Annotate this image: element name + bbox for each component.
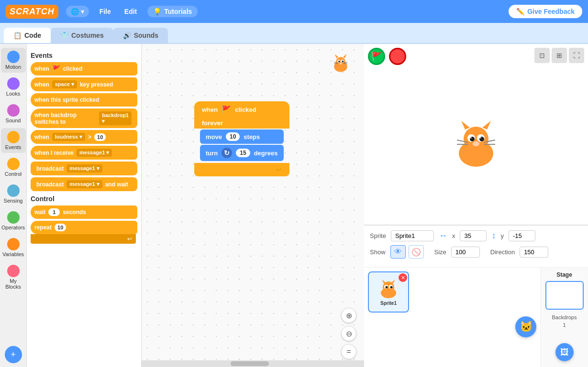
fit-button[interactable]: =	[341, 344, 356, 359]
y-arrow-icon: ↕	[491, 231, 496, 241]
file-menu[interactable]: File	[97, 6, 114, 17]
receive-dropdown[interactable]: message1 ▾	[77, 149, 112, 157]
stage-cat-sprite	[445, 115, 507, 168]
fullscreen-button[interactable]: ⛶	[569, 48, 584, 63]
sprite-card-sprite1[interactable]: ✕ Sprite1	[368, 271, 409, 313]
canvas-block-group[interactable]: when 🚩 clicked forever move 10 steps tur…	[194, 101, 289, 176]
when-flag-clicked-block[interactable]: when 🚩 clicked	[31, 62, 137, 76]
zoom-in-button[interactable]: ⊕	[341, 308, 356, 323]
sidebar-item-events[interactable]: Events	[1, 128, 26, 153]
add-extension-button[interactable]: +	[5, 346, 22, 363]
canvas-flag-icon: 🚩	[222, 105, 231, 114]
wait-value[interactable]: 1	[48, 208, 60, 216]
stage-side: Stage Backdrops 1 🖼	[540, 268, 588, 367]
block-when-label: when	[34, 65, 49, 72]
add-sprite-button[interactable]: 🐱	[515, 316, 536, 337]
key-dropdown[interactable]: space ▾	[52, 80, 77, 88]
language-selector[interactable]: 🌐 ▾	[66, 6, 89, 17]
when-loudness-block[interactable]: when loudness ▾ > 10	[31, 130, 137, 144]
zoom-out-button[interactable]: ⊖	[341, 326, 356, 341]
size-input[interactable]	[451, 247, 480, 258]
add-backdrop-button[interactable]: 🖼	[555, 343, 574, 361]
plus-icon: +	[11, 350, 16, 360]
broadcast-wait-block[interactable]: broadcast message1 ▾ and wait	[31, 177, 137, 191]
svg-marker-2	[335, 54, 339, 58]
small-stage-button[interactable]: ⊡	[534, 48, 550, 63]
hide-button[interactable]: 🚫	[409, 245, 424, 259]
fit-icon: =	[346, 347, 351, 356]
pencil-icon: ✏️	[516, 8, 524, 15]
x-coord-label: x	[452, 232, 455, 239]
show-label: Show	[370, 248, 386, 256]
sidebar-item-looks[interactable]: Looks	[1, 75, 26, 99]
loudness-dropdown[interactable]: loudness ▾	[52, 133, 85, 141]
show-visible-button[interactable]: 👁	[390, 245, 406, 259]
when-sprite-clicked-block[interactable]: when this sprite clicked	[31, 93, 137, 107]
large-stage-button[interactable]: ⊞	[552, 48, 567, 63]
sprite-delete-button[interactable]: ✕	[399, 273, 407, 282]
backdrops-info: Backdrops 1	[552, 313, 577, 328]
broadcast-dropdown[interactable]: message1 ▾	[67, 164, 102, 173]
sidebar-item-sound[interactable]: Sound	[1, 101, 26, 126]
backdrops-count: 1	[552, 322, 577, 328]
scratch-logo[interactable]: SCRATCH	[6, 5, 58, 19]
sidebar-item-control[interactable]: Control	[1, 155, 26, 180]
green-flag-button[interactable]: 🚩	[368, 48, 385, 65]
wait-label: wait	[34, 209, 45, 216]
give-feedback-button[interactable]: ✏️ Give Feedback	[509, 5, 582, 18]
x-arrow-icon: ↔	[439, 231, 447, 241]
sidebar-item-sensing[interactable]: Sensing	[1, 182, 26, 206]
canvas-forever-bottom: ↩	[194, 163, 289, 176]
costumes-icon: 👕	[60, 32, 68, 39]
canvas-when-flag-block[interactable]: when 🚩 clicked	[194, 101, 289, 118]
direction-input[interactable]	[520, 247, 548, 258]
when-receive-block[interactable]: when I receive message1 ▾	[31, 146, 137, 160]
main-layout: Motion Looks Sound Events Control Sensin…	[0, 44, 588, 367]
sprite-name-input[interactable]	[391, 230, 434, 241]
blocks-panel: Events when 🚩 clicked when space ▾ key p…	[27, 44, 142, 367]
broadcast-block[interactable]: broadcast message1 ▾	[31, 162, 137, 175]
svg-point-26	[470, 137, 472, 139]
backdrop-dropdown[interactable]: backdrop1 ▾	[99, 111, 132, 125]
canvas-forever-block[interactable]: forever	[194, 118, 289, 129]
repeat-bottom: ↩	[31, 234, 136, 244]
sidebar-item-operators[interactable]: Operators	[1, 208, 26, 233]
canvas-scrollbar[interactable]	[142, 360, 364, 367]
y-coord-input[interactable]	[509, 230, 535, 241]
give-feedback-label: Give Feedback	[527, 8, 575, 15]
tutorials-button[interactable]: 💡 Tutorials	[147, 6, 198, 17]
canvas-turn-value[interactable]: 15	[236, 149, 250, 157]
when-backdrop-block[interactable]: when backdrop switches to backdrop1 ▾	[31, 108, 137, 128]
x-coord-input[interactable]	[460, 230, 487, 241]
loudness-value[interactable]: 10	[94, 133, 106, 141]
sidebar-item-motion[interactable]: Motion	[1, 48, 26, 73]
broadcast-wait-dropdown[interactable]: message1 ▾	[67, 180, 102, 188]
backdrops-label: Backdrops	[552, 314, 577, 320]
canvas-steps-label: steps	[244, 133, 260, 140]
tab-costumes[interactable]: 👕 Costumes	[51, 28, 113, 43]
looks-dot	[7, 77, 20, 90]
canvas-turn-block[interactable]: turn ↻ 15 degrees	[200, 145, 284, 161]
wait-seconds-block[interactable]: wait 1 seconds	[31, 205, 137, 219]
repeat-block[interactable]: repeat 10	[31, 221, 137, 234]
control-section-header: Control	[31, 195, 137, 203]
repeat-value[interactable]: 10	[55, 224, 66, 231]
svg-point-35	[390, 286, 393, 288]
cat-icon-canvas	[329, 52, 353, 76]
stop-button[interactable]	[389, 48, 406, 65]
canvas-move-value[interactable]: 10	[226, 132, 240, 141]
canvas-move-block[interactable]: move 10 steps	[200, 130, 284, 144]
edit-menu[interactable]: Edit	[122, 6, 140, 17]
tab-code[interactable]: 📋 Code	[4, 28, 51, 43]
canvas-degrees-label: degrees	[254, 150, 278, 157]
loudness-when-label: when	[34, 134, 49, 140]
stage-panel: 🚩 ⊡ ⊞ ⛶	[364, 44, 588, 367]
sidebar-item-variables[interactable]: Variables	[1, 235, 26, 260]
when-key-pressed-block[interactable]: when space ▾ key pressed	[31, 77, 137, 91]
sidebar-item-my-blocks[interactable]: My Blocks	[1, 262, 26, 292]
code-canvas[interactable]: when 🚩 clicked forever move 10 steps tur…	[142, 44, 364, 367]
stage-thumbnail[interactable]	[545, 281, 584, 310]
tab-sounds[interactable]: 🔊 Sounds	[113, 28, 168, 43]
sprites-stage-area: ✕ Sprite1	[364, 268, 588, 367]
sidebar-looks-label: Looks	[6, 91, 20, 97]
